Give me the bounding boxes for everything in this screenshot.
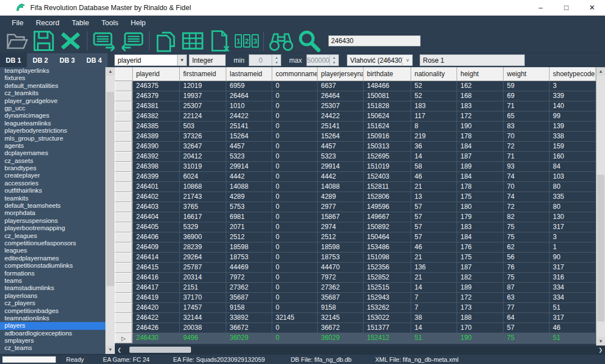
cell-commonnameid[interactable]: 0 (272, 242, 318, 253)
cell-shoetypecode[interactable]: 99 (550, 111, 596, 122)
cell-nationality[interactable]: 57 (411, 202, 457, 212)
cell-height[interactable]: 188 (457, 313, 504, 323)
cell-firstnameid[interactable]: 2151 (180, 283, 226, 293)
cell-commonnameid[interactable]: 0 (272, 283, 318, 293)
search-input[interactable] (328, 35, 421, 46)
cell-shoetypecode[interactable]: 334 (550, 283, 596, 293)
sidebar-item[interactable]: playerloans (0, 292, 105, 300)
cell-playerjerseyname[interactable]: 36672 (318, 323, 364, 333)
cell-lastnameid[interactable]: 5753 (226, 202, 272, 212)
cell-birthdate[interactable]: 153262 (364, 303, 411, 313)
sidebar-item[interactable]: smplayers (0, 337, 105, 344)
cell-nationality[interactable]: 36 (411, 142, 457, 152)
cell-firstnameid[interactable]: 5329 (180, 222, 226, 232)
cell-commonnameid[interactable]: 0 (272, 162, 318, 172)
cell-playerjerseyname[interactable]: 18598 (318, 242, 364, 253)
cell-nationality[interactable]: 57 (411, 212, 457, 222)
cell-weight[interactable]: 75 (504, 273, 550, 283)
cell-shoetypecode[interactable]: 51 (550, 303, 596, 313)
table-row[interactable]: 246404 16617 6981 0 15867 149667 57 179 … (115, 212, 596, 222)
cell-playerid[interactable]: 246404 (133, 212, 180, 222)
scroll-up-icon[interactable]: ▲ (106, 67, 115, 76)
cell-height[interactable]: 168 (457, 91, 504, 101)
cell-playerid[interactable]: 246420 (133, 303, 180, 313)
sidebar-item[interactable]: agents (0, 142, 105, 150)
cell-shoetypecode[interactable]: 140 (550, 101, 596, 111)
sidebar-item[interactable]: formations (0, 270, 105, 277)
sidebar-item[interactable]: cz_players (0, 300, 105, 307)
cell-lastnameid[interactable]: 4457 (226, 142, 272, 152)
cell-nationality[interactable]: 117 (411, 111, 457, 122)
sidebar-item[interactable]: teamstadiumlinks (0, 284, 105, 292)
table-row[interactable]: 246422 32144 33892 32145 32145 153022 38… (115, 313, 596, 323)
row-selector-cell[interactable] (115, 122, 133, 132)
cell-nationality[interactable]: 14 (411, 152, 457, 162)
cell-firstnameid[interactable]: 21743 (180, 192, 226, 202)
cell-shoetypecode[interactable]: 103 (550, 172, 596, 182)
cell-height[interactable]: 172 (457, 293, 504, 303)
cell-firstnameid[interactable]: 29264 (180, 253, 226, 263)
row-selector-cell[interactable] (115, 323, 133, 333)
sidebar-item[interactable]: teamnationlinks (0, 315, 105, 322)
cell-nationality[interactable]: 219 (411, 132, 457, 142)
cell-playerid[interactable]: 246409 (133, 242, 180, 253)
row-selector-cell[interactable] (115, 142, 133, 152)
row-selector-cell[interactable] (115, 101, 133, 111)
cell-playerjerseyname[interactable]: 26464 (318, 91, 364, 101)
cell-commonnameid[interactable]: 0 (272, 202, 318, 212)
row-selector-cell[interactable] (115, 242, 133, 253)
cell-birthdate[interactable]: 151019 (364, 162, 411, 172)
cell-height[interactable]: 187 (457, 152, 504, 162)
cell-commonnameid[interactable]: 32145 (272, 313, 318, 323)
cell-playerjerseyname[interactable]: 2512 (318, 232, 364, 242)
cell-lastnameid[interactable]: 25141 (226, 122, 272, 132)
sidebar-item[interactable]: brandtypes (0, 165, 105, 172)
cell-birthdate[interactable]: 152515 (364, 283, 411, 293)
column-header[interactable]: commonnameid (272, 67, 318, 81)
table-row[interactable]: 246403 3765 5753 0 2977 149596 57 180 72… (115, 202, 596, 212)
cell-lastnameid[interactable]: 27362 (226, 283, 272, 293)
cell-commonnameid[interactable]: 0 (272, 142, 318, 152)
cell-shoetypecode[interactable]: 84 (550, 162, 596, 172)
cell-lastnameid[interactable]: 6959 (226, 81, 272, 91)
cell-shoetypecode[interactable]: 334 (550, 293, 596, 303)
cell-height[interactable]: 183 (457, 101, 504, 111)
cell-lastnameid[interactable]: 36672 (226, 323, 272, 333)
cell-birthdate[interactable]: 151624 (364, 122, 411, 132)
cell-firstnameid[interactable]: 19937 (180, 91, 226, 101)
cell-lastnameid[interactable]: 9158 (226, 303, 272, 313)
cell-birthdate[interactable]: 152943 (364, 293, 411, 303)
cell-shoetypecode[interactable]: 335 (550, 192, 596, 202)
row-selector-cell[interactable] (115, 81, 133, 91)
cell-shoetypecode[interactable]: 51 (550, 333, 596, 343)
cell-firstnameid[interactable]: 10868 (180, 182, 226, 192)
sidebar-item[interactable]: leagueteamlinks (0, 120, 105, 127)
cell-weight[interactable]: 76 (504, 263, 550, 273)
cell-birthdate[interactable]: 150916 (364, 132, 411, 142)
cell-height[interactable]: 184 (457, 232, 504, 242)
cell-playerid[interactable]: 246389 (133, 132, 180, 142)
cell-firstnameid[interactable]: 20314 (180, 273, 226, 283)
table-row[interactable]: 246416 20314 7972 0 7972 152852 21 182 7… (115, 273, 596, 283)
delete-button[interactable] (57, 30, 84, 52)
column-header[interactable]: playerjerseyname (318, 67, 364, 81)
row-selector-cell[interactable] (115, 303, 133, 313)
cell-commonnameid[interactable]: 0 (272, 152, 318, 162)
cell-birthdate[interactable]: 152356 (364, 263, 411, 273)
cell-birthdate[interactable]: 152695 (364, 152, 411, 162)
sidebar-scroll-track[interactable] (106, 76, 115, 346)
cell-playerjerseyname[interactable]: 2974 (318, 222, 364, 232)
cell-weight[interactable]: 77 (504, 303, 550, 313)
cell-playerjerseyname[interactable]: 15264 (318, 132, 364, 142)
cell-birthdate[interactable]: 149667 (364, 212, 411, 222)
cell-height[interactable]: 173 (457, 303, 504, 313)
table-row[interactable]: 246409 28239 18598 0 18598 153486 46 176… (115, 242, 596, 253)
cell-commonnameid[interactable]: 0 (272, 122, 318, 132)
cell-birthdate[interactable]: 149596 (364, 202, 411, 212)
cell-playerjerseyname[interactable]: 27362 (318, 283, 364, 293)
cell-lastnameid[interactable]: 7972 (226, 273, 272, 283)
sidebar-item[interactable]: teams (0, 277, 105, 284)
cell-firstnameid[interactable]: 3765 (180, 202, 226, 212)
cell-height[interactable]: 179 (457, 212, 504, 222)
cell-weight[interactable]: 70 (504, 132, 550, 142)
